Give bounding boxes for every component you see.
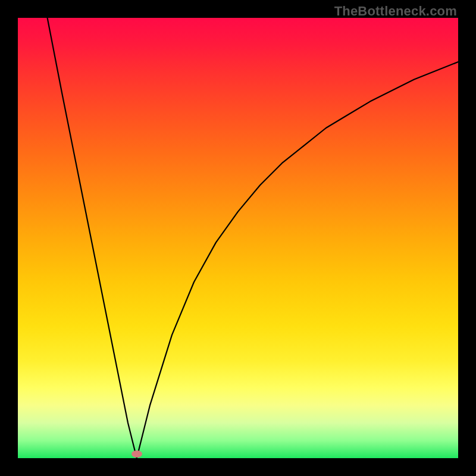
plot-area	[18, 18, 458, 458]
curve-svg	[18, 18, 458, 458]
chart-frame: TheBottleneck.com	[0, 0, 476, 476]
watermark-text: TheBottleneck.com	[334, 4, 457, 19]
curve-path	[48, 18, 458, 458]
minimum-dot	[131, 450, 142, 458]
